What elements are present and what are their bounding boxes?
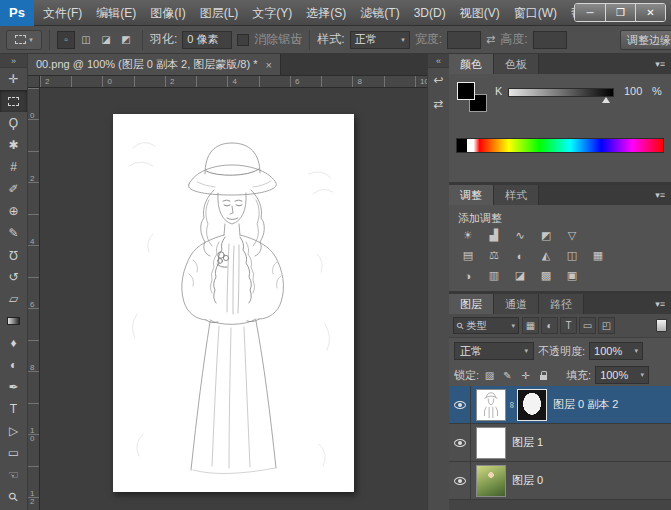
tab-color[interactable]: 颜色: [449, 54, 494, 74]
menu-item-filter[interactable]: 滤镜(T): [353, 0, 406, 26]
sketch-artwork[interactable]: [113, 114, 354, 492]
add-to-selection-button[interactable]: ◫: [77, 31, 95, 49]
invert-icon[interactable]: ◑: [457, 267, 479, 284]
menu-item-type[interactable]: 文字(Y): [245, 0, 299, 26]
horizontal-ruler[interactable]: 2024681012: [40, 76, 427, 88]
spot-healing-brush-tool[interactable]: ⊕: [0, 200, 27, 222]
hand-tool[interactable]: ☜: [0, 464, 27, 486]
panel-menu-icon[interactable]: ▾≡: [649, 294, 671, 314]
menu-item-select[interactable]: 选择(S): [299, 0, 353, 26]
hue-saturation-icon[interactable]: ▤: [457, 247, 479, 264]
photo-filter-icon[interactable]: ◭: [535, 247, 557, 264]
menu-item-view[interactable]: 视图(V): [453, 0, 507, 26]
threshold-icon[interactable]: ◪: [509, 267, 531, 284]
blur-tool[interactable]: ♦: [0, 332, 27, 354]
clone-stamp-tool[interactable]: Ω: [0, 244, 27, 266]
layer-thumbnail[interactable]: [476, 427, 506, 459]
zoom-tool[interactable]: ⚲: [0, 486, 27, 508]
filter-pixel-layers-button[interactable]: ▦: [522, 317, 539, 334]
close-button[interactable]: ✕: [635, 4, 665, 21]
expand-panels-button[interactable]: «: [428, 54, 449, 68]
tool-preset-picker[interactable]: ▾: [6, 30, 42, 50]
type-tool-tool[interactable]: T: [0, 398, 27, 420]
width-input[interactable]: [447, 31, 481, 49]
layer-thumbnail[interactable]: [476, 389, 506, 421]
vibrance-icon[interactable]: ▽: [561, 227, 583, 244]
exposure-icon[interactable]: ◩: [535, 227, 557, 244]
filter-adjustment-layers-button[interactable]: ◐: [541, 317, 558, 334]
menu-item-file[interactable]: 文件(F): [36, 0, 89, 26]
properties-panel-icon[interactable]: ⇄: [428, 92, 449, 116]
history-brush-tool[interactable]: ↺: [0, 266, 27, 288]
layer-filter-kind-select[interactable]: ⚲ 类型 ▾: [453, 317, 519, 334]
menu-item-layer[interactable]: 图层(L): [193, 0, 246, 26]
filter-type-layers-button[interactable]: T: [560, 317, 577, 334]
lock-all-button[interactable]: [537, 368, 550, 383]
eyedropper-tool[interactable]: ✐: [0, 178, 27, 200]
black-white-icon[interactable]: ◐: [509, 247, 531, 264]
tab-paths[interactable]: 路径: [539, 294, 584, 314]
menu-item-3d[interactable]: 3D(D): [407, 0, 453, 26]
fill-select[interactable]: 100% ▾: [595, 366, 649, 384]
move-tool[interactable]: ✛: [0, 68, 27, 90]
lock-image-pixels-button[interactable]: ✎: [501, 368, 514, 383]
layer-row-0[interactable]: 图层 0: [449, 462, 671, 500]
minimize-button[interactable]: ─: [575, 4, 605, 21]
layer-row-1[interactable]: 图层 1: [449, 424, 671, 462]
vertical-ruler[interactable]: 024681 01 2: [28, 88, 40, 510]
refine-edge-button[interactable]: 调整边缘: [620, 30, 671, 50]
layer-filter-toggle[interactable]: [656, 319, 667, 332]
quick-selection-tool[interactable]: ✱: [0, 134, 27, 156]
antialias-checkbox[interactable]: [237, 34, 249, 46]
new-selection-button[interactable]: ▫: [57, 31, 75, 49]
menu-item-window[interactable]: 窗口(W): [507, 0, 564, 26]
visibility-toggle[interactable]: [449, 462, 471, 499]
color-lookup-icon[interactable]: ▦: [587, 247, 609, 264]
height-input[interactable]: [533, 31, 567, 49]
path-selection-tool[interactable]: ▷: [0, 420, 27, 442]
pen-tool[interactable]: ✒: [0, 376, 27, 398]
crop-tool[interactable]: #: [0, 156, 27, 178]
color-spectrum-ramp[interactable]: [456, 138, 664, 153]
gradient-tool[interactable]: [0, 310, 27, 332]
opacity-select[interactable]: 100% ▾: [589, 342, 643, 360]
history-panel-icon[interactable]: ↩: [428, 68, 449, 92]
foreground-color-swatch[interactable]: [457, 82, 475, 100]
canvas[interactable]: [40, 88, 427, 510]
rectangular-marquee-tool[interactable]: [0, 90, 27, 112]
panel-menu-icon[interactable]: ▾≡: [649, 185, 671, 205]
menu-item-edit[interactable]: 编辑(E): [89, 0, 143, 26]
brush-tool[interactable]: ✎: [0, 222, 27, 244]
curves-icon[interactable]: ∿: [509, 227, 531, 244]
dodge-tool[interactable]: ◐: [0, 354, 27, 376]
posterize-icon[interactable]: ▥: [483, 267, 505, 284]
visibility-toggle[interactable]: [449, 424, 471, 461]
panel-menu-icon[interactable]: ▾≡: [649, 54, 671, 74]
selective-color-icon[interactable]: ▣: [561, 267, 583, 284]
tab-close-icon[interactable]: ×: [265, 59, 271, 71]
tab-adjustments[interactable]: 调整: [449, 185, 494, 205]
visibility-toggle[interactable]: [449, 386, 471, 423]
brightness-contrast-icon[interactable]: ☀: [457, 227, 479, 244]
filter-shape-layers-button[interactable]: ▭: [579, 317, 596, 334]
subtract-from-selection-button[interactable]: ◪: [97, 31, 115, 49]
k-slider[interactable]: [508, 88, 614, 97]
tab-swatches[interactable]: 色板: [494, 54, 539, 74]
lock-position-button[interactable]: ✛: [519, 368, 532, 383]
layer-row-copy2[interactable]: ∞ 图层 0 副本 2: [449, 386, 671, 424]
mask-link-icon[interactable]: ∞: [507, 399, 517, 410]
k-value[interactable]: 100: [624, 85, 642, 97]
rectangle-shape-tool[interactable]: ▭: [0, 442, 27, 464]
toolbox-collapse-button[interactable]: »: [0, 54, 27, 68]
lasso-tool[interactable]: Ϙ: [0, 112, 27, 134]
filter-smart-objects-button[interactable]: ◰: [598, 317, 615, 334]
blend-mode-select[interactable]: 正常 ▾: [454, 342, 534, 360]
tab-layers[interactable]: 图层: [449, 294, 494, 314]
maximize-button[interactable]: ❐: [605, 4, 635, 21]
color-balance-icon[interactable]: ⚖: [483, 247, 505, 264]
intersect-selection-button[interactable]: ◩: [117, 31, 135, 49]
levels-icon[interactable]: ▟: [483, 227, 505, 244]
layer-mask-thumbnail[interactable]: [517, 389, 547, 421]
lock-transparent-pixels-button[interactable]: ▨: [483, 368, 496, 383]
tab-channels[interactable]: 通道: [494, 294, 539, 314]
